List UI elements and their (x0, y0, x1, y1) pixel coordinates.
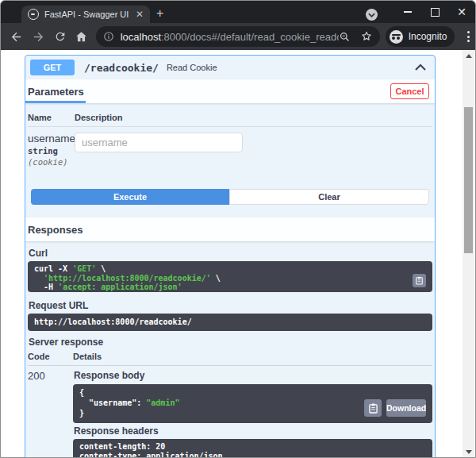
response-headers-label: Response headers (74, 425, 432, 437)
parameters-header: Parameters Cancel (25, 79, 435, 103)
reload-icon[interactable] (49, 25, 71, 48)
parameter-row: username string (cookie) (28, 127, 432, 167)
col-header-details: Details (73, 352, 432, 361)
maximize-button[interactable] (421, 1, 448, 23)
collapse-chevron-icon[interactable] (413, 60, 428, 75)
curl-command: curl -X 'GET' \ 'http://localhost:8000/r… (28, 261, 432, 292)
tab-title: FastAPI - Swagger UI (44, 10, 131, 19)
minimize-button[interactable] (394, 1, 421, 23)
param-name: username (28, 133, 75, 144)
search-icon[interactable] (339, 31, 351, 43)
endpoint-path: /readcookie/ (84, 62, 159, 74)
request-url-label: Request URL (29, 300, 432, 311)
copy-response-button[interactable] (364, 399, 382, 417)
tab-bar: FastAPI - Swagger UI ✕ + ✕ (1, 1, 475, 23)
cancel-button[interactable]: Cancel (390, 83, 429, 99)
browser-menu-icon[interactable] (461, 31, 475, 42)
url-path: :8000/docs#/default/read_cookie_readcook… (161, 31, 339, 43)
download-button[interactable]: Download (386, 399, 426, 417)
responses-header: Responses (25, 217, 435, 241)
opblock-summary[interactable]: GET /readcookie/ Read Cookie (25, 56, 435, 79)
responses-title: Responses (25, 217, 84, 241)
param-type: string (28, 146, 75, 156)
scroll-down-icon[interactable] (463, 446, 474, 458)
address-bar[interactable]: localhost:8000/docs#/default/read_cookie… (96, 26, 380, 47)
incognito-badge: Incognito (386, 26, 455, 47)
browser-tab[interactable]: FastAPI - Swagger UI ✕ (21, 6, 150, 23)
home-icon[interactable] (71, 25, 92, 48)
curl-label: Curl (29, 248, 432, 259)
response-body-label: Response body (74, 370, 432, 381)
response-code: 200 (28, 370, 73, 458)
col-header-description: Description (75, 113, 432, 122)
incognito-icon (390, 30, 403, 44)
clear-button[interactable]: Clear (229, 189, 429, 205)
close-window-button[interactable]: ✕ (448, 1, 475, 23)
bookmark-star-icon[interactable] (360, 30, 373, 43)
url-text: localhost:8000/docs#/default/read_cookie… (121, 31, 339, 43)
execute-button[interactable]: Execute (31, 189, 229, 205)
browser-toolbar: localhost:8000/docs#/default/read_cookie… (1, 23, 475, 50)
endpoint-summary: Read Cookie (167, 63, 413, 72)
back-icon[interactable] (6, 25, 27, 48)
method-badge: GET (30, 60, 75, 75)
swagger-favicon-icon (28, 9, 39, 20)
request-url-value: http://localhost:8000/readcookie/ (28, 314, 432, 331)
server-response-label: Server response (29, 337, 432, 348)
copy-curl-button[interactable] (413, 274, 426, 287)
page-info-icon[interactable] (103, 31, 114, 42)
page-scrollbar[interactable] (463, 50, 474, 458)
scroll-up-icon[interactable] (463, 50, 474, 62)
browser-window: FastAPI - Swagger UI ✕ + ✕ localhost:800… (0, 0, 476, 458)
incognito-label: Incognito (409, 31, 447, 42)
responses-section: Curl curl -X 'GET' \ 'http://localhost:8… (25, 241, 435, 458)
col-header-code: Code (28, 352, 73, 361)
response-row: 200 Response body { "username": "admin"}… (28, 366, 432, 458)
tab-close-icon[interactable]: ✕ (136, 10, 144, 19)
swagger-page: GET /readcookie/ Read Cookie Parameters … (1, 50, 475, 458)
url-host: localhost (121, 31, 161, 43)
param-location: (cookie) (28, 157, 75, 167)
forward-icon[interactable] (27, 25, 48, 48)
username-input[interactable] (75, 133, 243, 152)
media-controls-icon[interactable] (366, 9, 378, 21)
col-header-name: Name (28, 113, 75, 122)
scrollbar-thumb[interactable] (464, 107, 473, 253)
response-body: { "username": "admin"} Download (73, 384, 432, 423)
new-tab-button[interactable]: + (156, 7, 163, 20)
response-headers: content-length: 20 content-type: applica… (73, 439, 432, 458)
tab-parameters[interactable]: Parameters (25, 79, 86, 103)
opblock-get-readcookie: GET /readcookie/ Read Cookie Parameters … (25, 55, 436, 458)
parameters-section: Name Description username string (cookie… (25, 103, 435, 217)
